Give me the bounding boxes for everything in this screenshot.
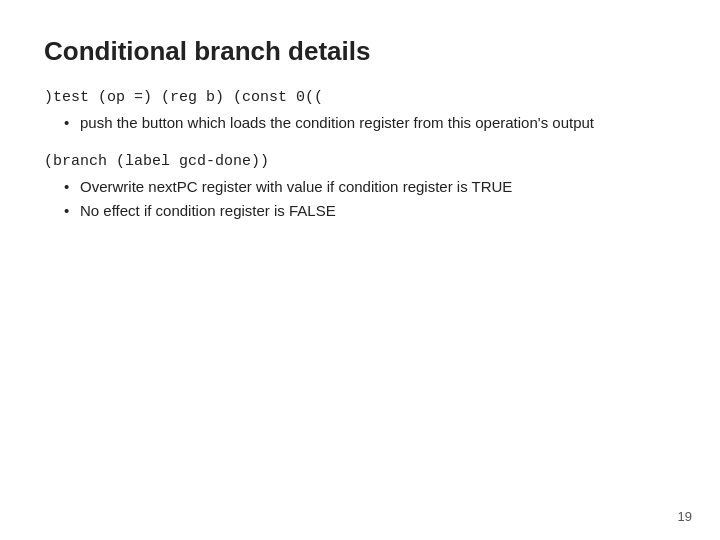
section-2: (branch (label gcd-done)) Overwrite next… (44, 153, 676, 223)
bullet-item-2-1: Overwrite nextPC register with value if … (64, 176, 676, 199)
section-1: )test (op =) (reg b) (const 0(( push the… (44, 89, 676, 135)
code-line-1: )test (op =) (reg b) (const 0(( (44, 89, 676, 106)
bullet-list-2: Overwrite nextPC register with value if … (64, 176, 676, 223)
slide-title: Conditional branch details (44, 36, 676, 67)
bullet-item-1-1: push the button which loads the conditio… (64, 112, 676, 135)
slide: Conditional branch details )test (op =) … (0, 0, 720, 540)
page-number: 19 (678, 509, 692, 524)
bullet-item-2-2: No effect if condition register is FALSE (64, 200, 676, 223)
bullet-list-1: push the button which loads the conditio… (64, 112, 676, 135)
code-line-2: (branch (label gcd-done)) (44, 153, 676, 170)
